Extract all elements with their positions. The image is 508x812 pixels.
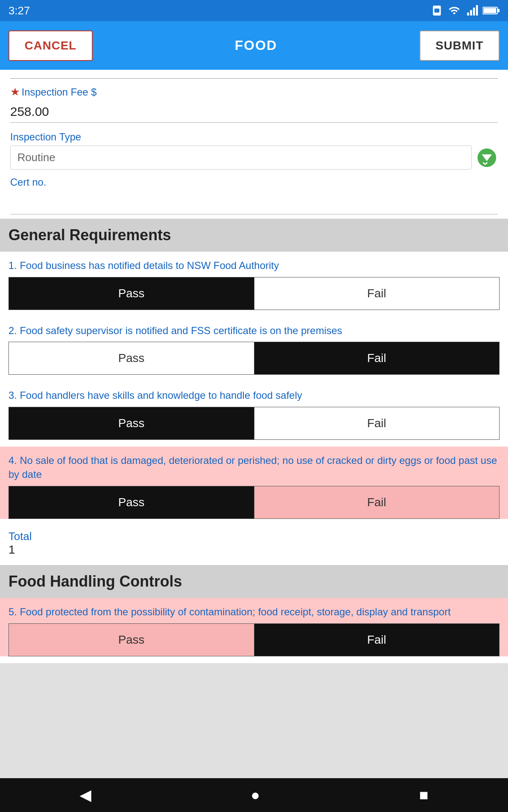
wifi-icon: [447, 5, 461, 16]
svg-rect-5: [476, 5, 478, 15]
inspection-type-label: Inspection Type: [10, 131, 498, 143]
checklist-item-4: 4. No sale of food that is damaged, dete…: [0, 447, 508, 519]
form-divider: [10, 78, 498, 79]
recent-nav-button[interactable]: ■: [419, 786, 428, 804]
required-star: ★: [10, 85, 20, 99]
top-bar: CANCEL FOOD SUBMIT: [0, 21, 508, 70]
sim-card-icon: [431, 5, 443, 16]
pass-fail-row-4: Pass Fail: [8, 486, 500, 519]
inspection-type-row: [10, 145, 498, 170]
fail-button-1[interactable]: Fail: [254, 277, 500, 310]
pass-button-4[interactable]: Pass: [9, 486, 254, 518]
checklist-item-3-text: 3. Food handlers have skills and knowled…: [8, 388, 500, 403]
fail-button-2[interactable]: Fail: [254, 342, 500, 374]
inspection-type-input[interactable]: [10, 145, 472, 170]
page-title: FOOD: [235, 38, 277, 53]
dropdown-icon[interactable]: [476, 147, 498, 169]
battery-icon: [483, 5, 500, 16]
svg-rect-3: [470, 10, 472, 16]
pass-button-2[interactable]: Pass: [9, 342, 254, 374]
checklist-item-3: 3. Food handlers have skills and knowled…: [0, 381, 508, 440]
fail-button-5[interactable]: Fail: [254, 624, 500, 656]
checklist-item-2-text: 2. Food safety supervisor is notified an…: [8, 324, 500, 338]
total-row: Total 1: [0, 526, 508, 565]
cert-label: Cert no.: [10, 176, 498, 188]
home-nav-button[interactable]: ●: [251, 786, 260, 804]
back-nav-button[interactable]: ◀: [80, 786, 91, 804]
form-section: ★ Inspection Fee $ 258.00 Inspection Typ…: [0, 70, 508, 219]
time-display: 3:27: [8, 4, 30, 17]
general-requirements-header: General Requirements: [0, 219, 508, 252]
total-label: Total: [8, 530, 500, 543]
pass-fail-row-5: Pass Fail: [8, 623, 500, 656]
svg-rect-4: [473, 8, 475, 16]
checklist-item-2: 2. Food safety supervisor is notified an…: [0, 317, 508, 375]
checklist-item-5: 5. Food protected from the possibility o…: [0, 598, 508, 656]
inspection-fee-value[interactable]: 258.00: [10, 101, 498, 123]
fail-button-3[interactable]: Fail: [254, 407, 500, 439]
pass-button-5[interactable]: Pass: [9, 624, 254, 656]
submit-button[interactable]: SUBMIT: [420, 30, 500, 61]
food-handling-header: Food Handling Controls: [0, 565, 508, 598]
status-icons: [431, 5, 500, 16]
svg-rect-2: [467, 13, 469, 16]
pass-fail-row-2: Pass Fail: [8, 342, 500, 375]
svg-rect-7: [483, 8, 496, 13]
general-requirements-list: 1. Food business has notified details to…: [0, 252, 508, 565]
inspection-fee-label: ★ Inspection Fee $: [10, 85, 498, 99]
total-value: 1: [8, 543, 500, 557]
status-bar: 3:27: [0, 0, 508, 21]
pass-fail-row-3: Pass Fail: [8, 407, 500, 440]
food-handling-list: 5. Food protected from the possibility o…: [0, 598, 508, 663]
svg-rect-8: [498, 9, 500, 12]
checklist-item-5-text: 5. Food protected from the possibility o…: [8, 605, 500, 619]
cancel-button[interactable]: CANCEL: [8, 30, 93, 61]
pass-button-1[interactable]: Pass: [9, 277, 254, 310]
cert-input[interactable]: [10, 191, 498, 214]
fail-button-4[interactable]: Fail: [254, 486, 500, 518]
checklist-item-1-text: 1. Food business has notified details to…: [8, 258, 500, 273]
pass-button-3[interactable]: Pass: [9, 407, 254, 439]
signal-icon: [466, 5, 478, 16]
checklist-item-4-text: 4. No sale of food that is damaged, dete…: [8, 453, 500, 482]
nav-bar: ◀ ● ■: [0, 778, 508, 812]
checklist-item-1: 1. Food business has notified details to…: [0, 252, 508, 310]
pass-fail-row-1: Pass Fail: [8, 277, 500, 310]
svg-rect-1: [434, 8, 439, 12]
